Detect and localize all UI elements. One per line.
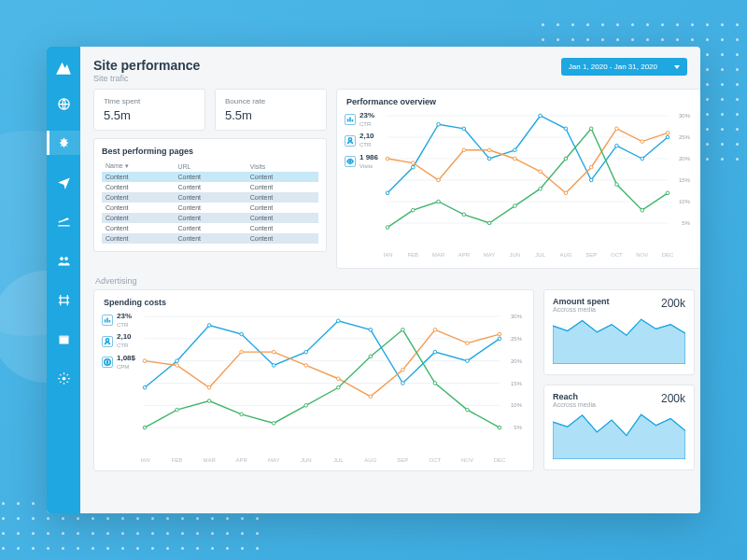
svg-point-99 bbox=[304, 350, 308, 354]
svg-point-119 bbox=[176, 408, 179, 412]
table-row[interactable]: ContentContentContent bbox=[102, 203, 318, 213]
svg-text:MAY: MAY bbox=[268, 457, 280, 463]
svg-point-57 bbox=[411, 208, 415, 212]
svg-text:20%: 20% bbox=[511, 358, 523, 364]
sidebar-item-departure[interactable] bbox=[47, 209, 80, 233]
svg-point-102 bbox=[402, 382, 405, 385]
svg-point-6 bbox=[348, 138, 351, 141]
svg-point-56 bbox=[386, 226, 389, 230]
svg-text:5%: 5% bbox=[514, 425, 522, 430]
chevron-down-icon bbox=[674, 65, 680, 69]
sidebar-item-plane[interactable] bbox=[47, 170, 80, 194]
table-row[interactable]: ContentContentContent bbox=[102, 213, 318, 223]
table-row[interactable]: ContentContentContent bbox=[102, 172, 318, 182]
svg-text:OCT: OCT bbox=[611, 252, 623, 258]
table-row[interactable]: ContentContentContent bbox=[102, 192, 318, 203]
svg-point-122 bbox=[272, 422, 275, 426]
svg-text:30%: 30% bbox=[679, 113, 691, 119]
svg-text:DEC: DEC bbox=[662, 252, 674, 258]
best-pages-card: Best performing pages Name ▾ URL Visits … bbox=[93, 138, 327, 252]
svg-point-66 bbox=[641, 208, 644, 212]
svg-point-59 bbox=[462, 213, 466, 217]
svg-point-112 bbox=[336, 377, 340, 381]
svg-point-63 bbox=[564, 157, 568, 161]
svg-text:15%: 15% bbox=[511, 381, 523, 386]
logo-icon bbox=[55, 60, 72, 77]
svg-point-124 bbox=[336, 385, 340, 389]
svg-point-126 bbox=[402, 329, 405, 332]
performance-overview-card: Performance overview 23%CTR 2,10CTR 1 98… bbox=[336, 89, 700, 269]
kpi-bounce-rate: Bounce rate 5.5m bbox=[215, 89, 327, 131]
svg-point-60 bbox=[487, 221, 491, 225]
svg-point-98 bbox=[272, 364, 275, 368]
svg-text:AUG: AUG bbox=[364, 457, 376, 463]
svg-point-96 bbox=[207, 324, 211, 328]
svg-text:JUN: JUN bbox=[301, 457, 312, 463]
col-name[interactable]: Name ▾ bbox=[102, 161, 174, 172]
svg-point-125 bbox=[369, 355, 373, 358]
svg-text:SEP: SEP bbox=[585, 252, 597, 258]
svg-text:AUG: AUG bbox=[559, 252, 571, 258]
sidebar-item-globe[interactable] bbox=[47, 91, 80, 116]
eye-icon bbox=[345, 156, 356, 167]
app-window: Site performance Site trafic Jan 1, 2020… bbox=[47, 47, 700, 513]
svg-text:DEC: DEC bbox=[494, 457, 506, 463]
card-value: 200k bbox=[661, 392, 685, 405]
svg-point-129 bbox=[498, 426, 501, 429]
sidebar-item-world[interactable] bbox=[47, 366, 80, 390]
col-visits[interactable]: Visits bbox=[247, 161, 318, 172]
kpi-label: Time spent bbox=[104, 97, 195, 105]
svg-point-46 bbox=[437, 178, 441, 182]
card-subtitle: Accross media bbox=[553, 401, 596, 408]
svg-text:JAN: JAN bbox=[384, 252, 393, 258]
svg-text:JAN: JAN bbox=[141, 457, 150, 463]
col-url[interactable]: URL bbox=[174, 161, 246, 172]
card-title: Amount spent bbox=[553, 297, 610, 306]
svg-point-45 bbox=[411, 161, 415, 165]
svg-text:25%: 25% bbox=[679, 134, 691, 140]
table-row[interactable]: ContentContentContent bbox=[102, 233, 318, 244]
svg-point-1 bbox=[60, 257, 63, 260]
svg-text:MAR: MAR bbox=[203, 457, 216, 463]
table-row[interactable]: ContentContentContent bbox=[102, 182, 318, 192]
svg-point-116 bbox=[466, 342, 470, 345]
svg-point-2 bbox=[64, 257, 68, 260]
amount-spent-card: Amount spent Accross media 200k bbox=[543, 289, 695, 375]
spending-costs-card: Spending costs 23%CTR 2,10CTR 1,08$CPM 5… bbox=[93, 289, 534, 471]
svg-text:MAY: MAY bbox=[484, 252, 496, 258]
svg-point-49 bbox=[514, 157, 517, 161]
svg-text:20%: 20% bbox=[679, 156, 691, 161]
svg-point-43 bbox=[666, 135, 669, 139]
svg-point-97 bbox=[240, 332, 244, 336]
kpi-value: 5.5m bbox=[225, 108, 317, 122]
card-title: Spending costs bbox=[104, 298, 524, 307]
svg-point-67 bbox=[666, 191, 669, 195]
svg-text:FEB: FEB bbox=[407, 252, 418, 258]
date-range-picker[interactable]: Jan 1, 2020 - Jan 31, 2020 bbox=[561, 58, 687, 76]
sidebar-item-leaf[interactable] bbox=[47, 131, 80, 155]
svg-point-53 bbox=[615, 127, 619, 131]
sidebar-item-folder[interactable] bbox=[47, 327, 80, 351]
svg-point-128 bbox=[466, 408, 470, 412]
svg-text:MAR: MAR bbox=[432, 252, 445, 258]
sidebar-item-users[interactable] bbox=[47, 248, 80, 273]
reach-sparkline bbox=[553, 408, 685, 459]
dollar-icon bbox=[102, 357, 113, 368]
svg-text:JUN: JUN bbox=[510, 252, 521, 258]
svg-point-107 bbox=[176, 364, 179, 368]
svg-point-39 bbox=[564, 127, 568, 131]
svg-point-33 bbox=[411, 165, 415, 169]
kpi-value: 5.5m bbox=[104, 108, 195, 122]
svg-text:SEP: SEP bbox=[397, 457, 408, 463]
svg-point-104 bbox=[466, 359, 470, 363]
sidebar-item-hash[interactable] bbox=[47, 287, 80, 312]
kpi-time-spent: Time spent 5.5m bbox=[93, 89, 205, 131]
svg-point-58 bbox=[437, 200, 441, 203]
section-label: Advertising bbox=[95, 276, 687, 286]
card-title: Performance overview bbox=[346, 97, 692, 106]
table-row[interactable]: ContentContentContent bbox=[102, 223, 318, 233]
svg-point-113 bbox=[369, 395, 373, 399]
svg-text:APR: APR bbox=[235, 457, 247, 463]
svg-point-117 bbox=[498, 332, 501, 336]
bar-icon bbox=[102, 315, 113, 326]
